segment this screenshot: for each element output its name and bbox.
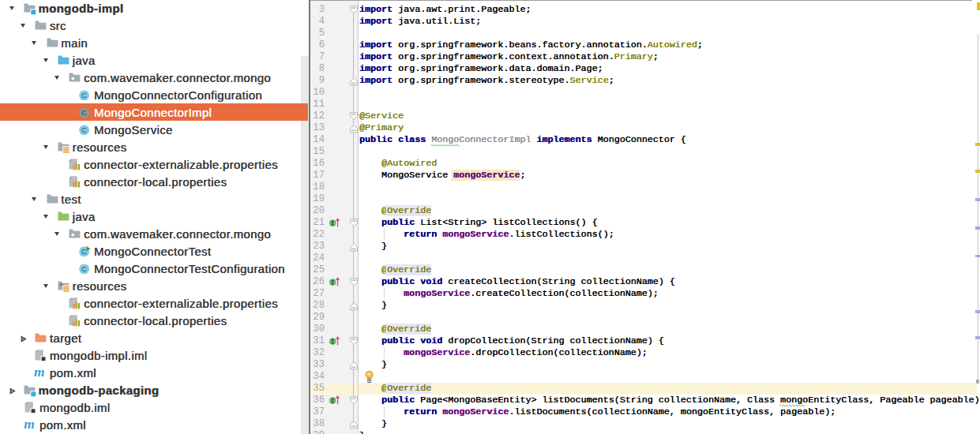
svg-text:C: C: [82, 92, 88, 99]
svg-text:C: C: [82, 248, 88, 256]
svg-text:C: C: [82, 109, 88, 117]
svg-text:C: C: [82, 126, 88, 134]
svg-text:C: C: [82, 265, 88, 273]
